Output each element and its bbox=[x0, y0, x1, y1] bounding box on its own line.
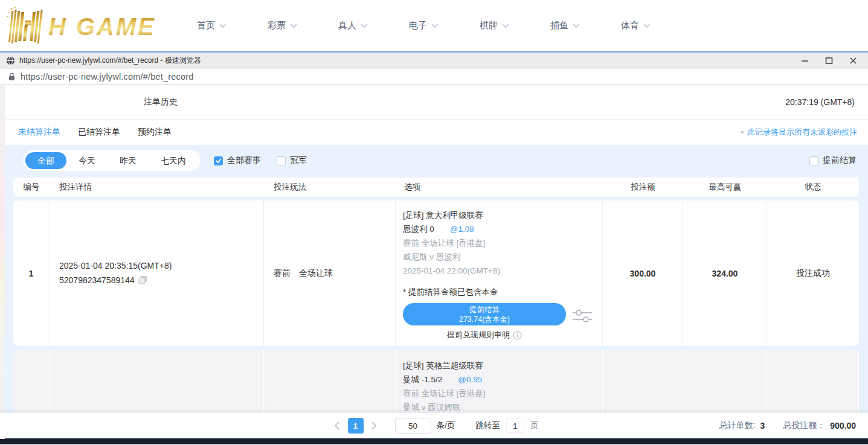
minimize-button[interactable] bbox=[799, 56, 810, 66]
table-header: 编号 投注详情 投注玩法 选项 投注额 最高可赢 状态 bbox=[13, 178, 859, 197]
nav-item-lottery[interactable]: 彩票 bbox=[268, 20, 297, 31]
page-number-button[interactable]: 1 bbox=[348, 418, 364, 434]
total-count-value: 3 bbox=[760, 421, 765, 431]
main-nav: 首页 彩票 真人 电子 棋牌 捕鱼 bbox=[197, 20, 651, 31]
total-amount-value: 900.00 bbox=[830, 421, 856, 431]
cell-row-number bbox=[13, 351, 50, 413]
maximize-button[interactable] bbox=[823, 56, 834, 66]
server-clock: 20:37:19 (GMT+8) bbox=[785, 97, 855, 107]
tab-unsettled[interactable]: 未结算注单 bbox=[18, 127, 60, 138]
info-icon bbox=[513, 331, 522, 340]
nav-label: 彩票 bbox=[268, 20, 286, 31]
cell-max-win: 324.00 bbox=[683, 200, 767, 346]
note-bullet-icon bbox=[741, 131, 744, 133]
copy-icon[interactable] bbox=[138, 274, 147, 289]
prev-page-button[interactable] bbox=[330, 418, 344, 434]
market-type: 赛前 全场让球 [香港盘] bbox=[403, 386, 596, 400]
filter-row: 全部 今天 昨天 七天内 全部赛事 冠军 提前结算 bbox=[13, 150, 859, 171]
cashout-note: * 提前结算金额已包含本金 bbox=[403, 286, 596, 298]
col-header-no: 编号 bbox=[13, 182, 50, 193]
col-header-play: 投注玩法 bbox=[264, 182, 396, 193]
globe-icon bbox=[6, 56, 15, 65]
cell-row-number: 1 bbox=[13, 200, 50, 346]
col-header-option: 选项 bbox=[396, 182, 603, 193]
cell-bet-amount bbox=[603, 351, 683, 413]
close-icon bbox=[849, 57, 857, 65]
window-title: https://user-pc-new.jylywl.com/#/bet_rec… bbox=[19, 56, 201, 66]
cell-status bbox=[767, 351, 859, 413]
bet-time: 2025-01-04 20:35:15(GMT+8) bbox=[59, 258, 263, 273]
segment-all[interactable]: 全部 bbox=[25, 152, 66, 169]
cell-option: [足球] 英格兰超级联赛 曼城 -1.5/2 @0.95 赛前 全场让球 [香港… bbox=[396, 351, 603, 413]
note-text: 此记录将显示所有未派彩的投注 bbox=[747, 127, 857, 138]
site-header: H GAME 首页 彩票 真人 电子 棋牌 bbox=[0, 0, 868, 51]
cashout-rules-link[interactable]: 提前兑现规则申明 bbox=[403, 330, 566, 341]
nav-label: 捕鱼 bbox=[550, 20, 568, 31]
tab-settled[interactable]: 已结算注单 bbox=[78, 127, 120, 138]
chevron-down-icon bbox=[643, 24, 651, 28]
jump-page-input[interactable] bbox=[506, 418, 524, 433]
check-icon bbox=[216, 158, 222, 163]
nav-label: 电子 bbox=[409, 20, 427, 31]
checkbox-label: 提前结算 bbox=[823, 155, 857, 166]
cell-option: [足球] 意大利甲级联赛 恩波利 0 @1.08 赛前 全场让球 [香港盘] 威… bbox=[396, 200, 603, 346]
chevron-down-icon bbox=[361, 24, 368, 28]
browser-titlebar: https://user-pc-new.jylywl.com/#/bet_rec… bbox=[0, 51, 868, 69]
page-size-input[interactable] bbox=[395, 418, 431, 434]
record-note: 此记录将显示所有未派彩的投注 bbox=[741, 127, 857, 138]
tab-reserved[interactable]: 预约注单 bbox=[138, 127, 172, 138]
cashout-settings-icon[interactable] bbox=[572, 308, 593, 325]
nav-item-fishing[interactable]: 捕鱼 bbox=[550, 20, 580, 31]
checkbox-early-settle[interactable]: 提前结算 bbox=[809, 155, 859, 166]
maximize-icon bbox=[825, 57, 833, 65]
address-url: https://user-pc-new.jylywl.com/#/bet_rec… bbox=[21, 72, 194, 82]
screen: H GAME 首页 彩票 真人 电子 棋牌 bbox=[0, 0, 868, 445]
chevron-down-icon bbox=[219, 24, 227, 28]
odds: @0.95 bbox=[458, 373, 482, 386]
segment-yesterday[interactable]: 昨天 bbox=[108, 152, 149, 169]
cashout-button[interactable]: 提前结算 273.74(含本金) bbox=[403, 303, 566, 325]
chevron-right-icon bbox=[371, 421, 377, 430]
checkbox-unchecked-icon bbox=[277, 156, 286, 165]
selection: 恩波利 0 bbox=[403, 222, 434, 236]
col-header-amount: 投注额 bbox=[603, 182, 683, 193]
cashout-button-title: 提前结算 bbox=[469, 305, 500, 315]
cell-bet-detail: 2025-01-04 20:35:15(GMT+8) 5207982347589… bbox=[50, 200, 264, 346]
nav-label: 真人 bbox=[338, 20, 356, 31]
match-teams: 曼城 v 西汉姆联 bbox=[403, 400, 596, 413]
address-bar[interactable]: https://user-pc-new.jylywl.com/#/bet_rec… bbox=[0, 69, 868, 85]
close-button[interactable] bbox=[847, 56, 858, 66]
cell-play-type: 赛前 全场让球 bbox=[264, 200, 396, 346]
checkbox-label: 全部赛事 bbox=[227, 155, 261, 166]
date-range-segments: 全部 今天 昨天 七天内 bbox=[23, 150, 201, 171]
hgame-logo-icon: H GAME bbox=[6, 7, 175, 45]
window-controls bbox=[799, 56, 862, 66]
checkbox-champion[interactable]: 冠军 bbox=[277, 155, 307, 166]
jump-label: 跳转至 bbox=[475, 420, 500, 431]
cashout-rules-text: 提前兑现规则申明 bbox=[447, 330, 510, 341]
pagination-footer: 1 条/页 跳转至 页 总计单数: 3 总投注额： 900.00 bbox=[0, 413, 868, 438]
segment-7days[interactable]: 七天内 bbox=[149, 152, 198, 169]
checkbox-all-events[interactable]: 全部赛事 bbox=[214, 155, 261, 166]
minimize-icon bbox=[801, 57, 809, 65]
nav-item-slots[interactable]: 电子 bbox=[409, 20, 439, 31]
selection-line: 恩波利 0 @1.08 bbox=[403, 222, 596, 236]
total-amount-label: 总投注额： bbox=[783, 420, 825, 431]
site-logo[interactable]: H GAME bbox=[6, 7, 175, 45]
logo-text: H GAME bbox=[48, 13, 156, 40]
event-filters: 全部赛事 冠军 bbox=[214, 155, 307, 166]
page-size-unit: 条/页 bbox=[437, 420, 455, 431]
cashout-area: 提前结算 273.74(含本金) bbox=[403, 303, 566, 325]
nav-item-live[interactable]: 真人 bbox=[338, 20, 368, 31]
col-header-detail: 投注详情 bbox=[50, 182, 264, 193]
checkbox-unchecked-icon bbox=[809, 156, 818, 165]
nav-item-cards[interactable]: 棋牌 bbox=[480, 20, 509, 31]
record-tabs: 未结算注单 已结算注单 预约注单 此记录将显示所有未派彩的投注 bbox=[5, 120, 868, 145]
pager: 1 条/页 跳转至 页 bbox=[330, 413, 539, 438]
segment-today[interactable]: 今天 bbox=[66, 152, 108, 169]
selection: 曼城 -1.5/2 bbox=[403, 373, 442, 386]
nav-item-home[interactable]: 首页 bbox=[197, 20, 227, 31]
next-page-button[interactable] bbox=[367, 418, 382, 434]
match-time: 2025-01-04 22:00(GMT+8) bbox=[403, 264, 596, 278]
nav-item-sports[interactable]: 体育 bbox=[621, 20, 651, 31]
